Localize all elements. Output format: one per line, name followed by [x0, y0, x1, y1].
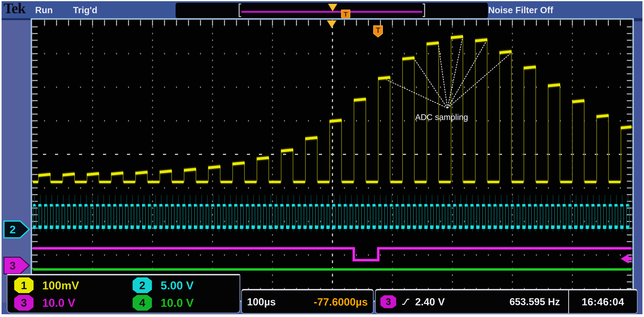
ch2-readout: 2 5.00 V	[132, 277, 240, 293]
ch3-badge: 3	[14, 295, 34, 311]
clock-time: 16:46:04	[582, 296, 624, 308]
ch4-scale: 10.0 V	[160, 296, 194, 309]
ch1-scale: 100mV	[42, 279, 79, 292]
ch3-scale: 10.0 V	[42, 296, 75, 309]
channel-3-marker-label: 3	[10, 259, 16, 272]
graticule-and-waveforms: ADC samplingT23	[0, 0, 644, 317]
trigger-frequency: 653.595 Hz	[510, 296, 564, 307]
ch2-badge: 2	[132, 277, 152, 293]
trigger-readout-box: 3 2.40 V 653.595 Hz	[375, 289, 568, 314]
adc-sampling-label: ADC sampling	[415, 113, 468, 122]
ch4-readout: 4 10.0 V	[132, 295, 240, 311]
channel-readout-box: 1 100mV 2 5.00 V 3 10.0 V 4 10.0 V	[7, 274, 240, 313]
channel-2-marker-label: 2	[10, 223, 16, 236]
ch1-readout: 1 100mV	[14, 277, 132, 293]
ch1-badge: 1	[14, 277, 34, 293]
rising-edge-icon	[401, 298, 410, 305]
ch4-badge: 4	[132, 295, 152, 311]
trigger-level: 2.40 V	[415, 296, 445, 308]
channel-3-marker	[4, 257, 29, 274]
ch3-readout: 3 10.0 V	[14, 295, 132, 311]
clock-box: 16:46:04	[568, 289, 638, 314]
horizontal-position: -77.6000µs	[314, 296, 368, 308]
oscilloscope-screenshot: Tek Run Trig'd T Noise Filter Off ADC sa…	[0, 0, 644, 317]
channel-2-marker	[4, 221, 29, 238]
trigger-source-badge: 3	[380, 295, 396, 308]
trigger-flag-label: T	[376, 26, 380, 34]
timebase-scale: 100µs	[247, 296, 276, 308]
horizontal-readout-box: 100µs -77.6000µs	[241, 289, 374, 314]
ch2-scale: 5.00 V	[160, 279, 194, 292]
